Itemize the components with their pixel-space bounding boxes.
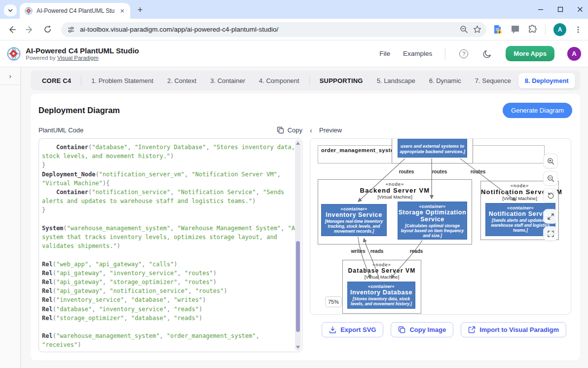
code-editor[interactable]: Container("database", "Inventory Databas… bbox=[38, 138, 302, 352]
browser-profile-avatar[interactable]: A bbox=[553, 23, 566, 36]
download-icon bbox=[329, 326, 336, 333]
tab-6-dynamic[interactable]: 6. Dynamic bbox=[423, 73, 468, 88]
editor-scrollbar[interactable] bbox=[295, 140, 301, 351]
container-stereotype: «container» bbox=[398, 204, 467, 209]
tab-4-component[interactable]: 4. Component bbox=[253, 73, 306, 88]
generate-diagram-button[interactable]: Generate Diagram bbox=[503, 103, 572, 118]
chat-bubble-icon[interactable] bbox=[511, 25, 520, 34]
node-title: Database Server VM bbox=[343, 267, 421, 274]
fit-expand-icon[interactable] bbox=[543, 209, 558, 224]
more-apps-button[interactable]: More Apps bbox=[506, 46, 554, 61]
menu-examples[interactable]: Examples bbox=[403, 50, 432, 57]
copy-image-icon bbox=[398, 326, 405, 333]
scrollbar-thumb[interactable] bbox=[296, 241, 300, 332]
visual-paradigm-logo bbox=[7, 47, 21, 61]
copy-code-button[interactable]: Copy bbox=[277, 126, 302, 134]
powered-by: Powered by Visual Paradigm bbox=[26, 55, 139, 61]
zoom-indicator-icon[interactable] bbox=[460, 25, 468, 34]
page-title: Deployment Diagram bbox=[38, 106, 120, 115]
tab-1-problem-statement[interactable]: 1. Problem Statement bbox=[85, 73, 160, 88]
container-stereotype: «container» bbox=[322, 206, 386, 211]
main-card: Deployment Diagram Generate Diagram Plan… bbox=[31, 94, 580, 361]
collapse-preview-icon[interactable]: ‹ bbox=[310, 126, 312, 134]
close-window-icon[interactable] bbox=[577, 6, 583, 12]
address-bar[interactable]: ai-toolbox.visual-paradigm.com/app/ai-po… bbox=[61, 22, 486, 37]
zoom-in-icon[interactable] bbox=[543, 154, 558, 168]
node-subtitle: [Virtual Machine] bbox=[343, 274, 421, 280]
edge-label-routes: routes bbox=[399, 169, 414, 174]
chevron-down-icon bbox=[7, 7, 13, 13]
node-title: Backend Server VM bbox=[318, 187, 472, 194]
header-separator bbox=[445, 48, 445, 60]
copy-icon bbox=[277, 126, 284, 134]
tab-5-landscape[interactable]: 5. Landscape bbox=[370, 73, 422, 88]
boundary-label: order_management_system bbox=[321, 147, 399, 153]
browser-tab[interactable]: AI-Powered C4 PlantUML Studio × bbox=[20, 3, 130, 19]
container-desc: [Stores inventory data, stock levels, an… bbox=[348, 296, 415, 306]
new-tab-button[interactable]: + bbox=[133, 3, 147, 17]
fullscreen-icon[interactable] bbox=[543, 226, 558, 241]
external-link-icon bbox=[468, 326, 476, 333]
browser-toolbar: ai-toolbox.visual-paradigm.com/app/ai-po… bbox=[0, 19, 588, 41]
browser-titlebar: AI-Powered C4 PlantUML Studio × + bbox=[0, 0, 588, 19]
copy-image-label: Copy Image bbox=[409, 326, 446, 333]
tab-search-button[interactable] bbox=[4, 4, 17, 16]
reset-view-icon[interactable] bbox=[543, 188, 558, 203]
menu-dots-icon[interactable] bbox=[574, 26, 582, 34]
app-title: AI-Powered C4 PlantUML Studio bbox=[26, 46, 139, 55]
tab-divider bbox=[81, 76, 81, 85]
sidebar-expand-icon[interactable]: › bbox=[0, 67, 20, 85]
toolbar-separator bbox=[545, 25, 546, 35]
container-inventory-database: «container» Inventory Database [Stores i… bbox=[347, 282, 415, 309]
workflow-tabs: CORE C41. Problem Statement2. Context3. … bbox=[31, 71, 580, 90]
container-storage-optimization-service: «container» Storage Optimization Service… bbox=[398, 202, 467, 240]
visual-paradigm-favicon bbox=[25, 7, 33, 15]
import-to-visual-paradigm-button[interactable]: Import to Visual Paradigm bbox=[461, 322, 566, 337]
collapsed-sidebar: › bbox=[0, 67, 21, 368]
container-title: Storage Optimization Service bbox=[398, 209, 467, 223]
export-svg-button[interactable]: Export SVG bbox=[322, 322, 383, 337]
reload-icon[interactable] bbox=[39, 22, 55, 38]
edge-label-routes: routes bbox=[432, 169, 447, 174]
help-icon[interactable]: ? bbox=[458, 48, 469, 59]
powered-by-prefix: Powered by bbox=[26, 55, 57, 61]
container-desc: [Manages real-time inventory tracking, s… bbox=[322, 218, 386, 234]
maximize-icon[interactable] bbox=[557, 6, 563, 12]
container-stereotype: «container» bbox=[348, 284, 415, 289]
document-download-icon[interactable] bbox=[492, 24, 503, 35]
extensions-icon[interactable] bbox=[528, 25, 537, 34]
scrollbar-down-icon[interactable] bbox=[296, 346, 300, 349]
visual-paradigm-link[interactable]: Visual Paradigm bbox=[57, 55, 99, 61]
minimize-icon[interactable] bbox=[538, 6, 544, 12]
tab-3-container[interactable]: 3. Container bbox=[204, 73, 252, 88]
menu-file[interactable]: File bbox=[379, 50, 390, 57]
edge-label-routes: routes bbox=[471, 169, 486, 174]
diagram-preview-viewport[interactable]: order_management_system users and extern… bbox=[310, 138, 571, 315]
tab-group-core-c4: CORE C4 bbox=[36, 73, 77, 88]
app-profile-avatar[interactable]: A bbox=[567, 47, 581, 61]
node-stereotype: «node» bbox=[343, 262, 421, 267]
container-title: Inventory Service bbox=[322, 211, 386, 218]
zoom-level-badge: 75% bbox=[325, 296, 342, 307]
zoom-out-icon[interactable] bbox=[543, 171, 558, 186]
scrollbar-up-icon[interactable] bbox=[296, 142, 300, 145]
close-tab-icon[interactable]: × bbox=[118, 7, 126, 15]
tab-2-context[interactable]: 2. Context bbox=[161, 73, 203, 88]
copy-label: Copy bbox=[288, 126, 302, 134]
container-title: Inventory Database bbox=[348, 289, 415, 296]
tab-7-sequence[interactable]: 7. Sequence bbox=[469, 73, 517, 88]
node-stereotype: «node» bbox=[318, 181, 472, 187]
site-settings-icon[interactable] bbox=[67, 26, 75, 34]
bookmark-star-icon[interactable] bbox=[473, 25, 481, 34]
url-text: ai-toolbox.visual-paradigm.com/app/ai-po… bbox=[80, 26, 455, 33]
import-vp-label: Import to Visual Paradigm bbox=[479, 326, 559, 333]
edge-label-writes: writes bbox=[351, 248, 366, 254]
tab-8-deployment[interactable]: 8. Deployment bbox=[518, 73, 575, 88]
code-editor-content: Container("database", "Inventory Databas… bbox=[42, 143, 292, 350]
tab-divider bbox=[309, 76, 310, 85]
forward-icon[interactable] bbox=[22, 22, 37, 38]
container-api-gateway: users and external systems to appropriat… bbox=[398, 138, 467, 158]
back-icon[interactable] bbox=[4, 22, 20, 38]
copy-image-button[interactable]: Copy Image bbox=[391, 322, 453, 337]
dark-mode-icon[interactable] bbox=[482, 48, 493, 59]
